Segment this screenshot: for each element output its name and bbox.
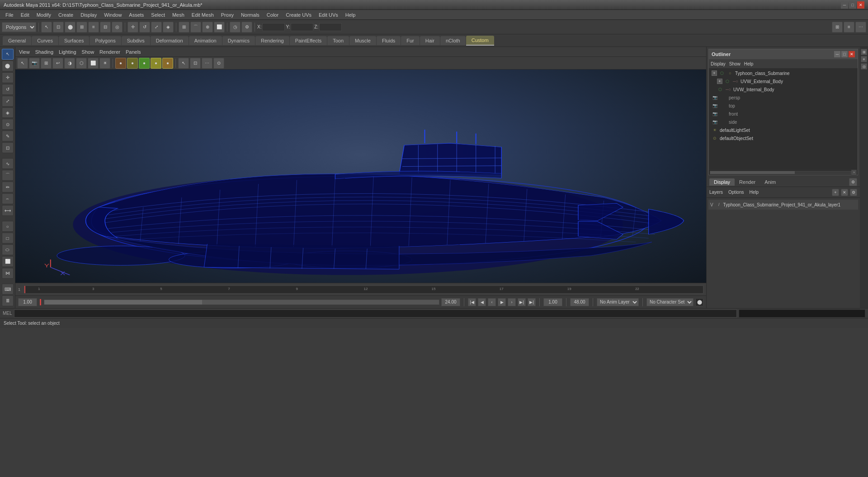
outliner-item-uvw-int[interactable]: ⬡ ─○ UVW_Internal_Body [710, 85, 857, 94]
tab-ncloth[interactable]: nCloth [440, 36, 466, 45]
show-manip-btn[interactable]: ⊡ [2, 142, 14, 153]
menu-edit[interactable]: Edit [17, 11, 33, 19]
tab-fur[interactable]: Fur [401, 36, 420, 45]
vp-menu-shading[interactable]: Shading [35, 49, 53, 55]
range-end-input[interactable] [441, 298, 460, 306]
poly-sphere-btn[interactable]: ○ [2, 221, 14, 232]
delete-layer-btn[interactable]: ✕ [841, 189, 848, 196]
tab-general[interactable]: General [3, 36, 31, 45]
poly-cube-btn[interactable]: □ [2, 233, 14, 243]
tab-surfaces[interactable]: Surfaces [59, 36, 89, 45]
outliner-menu-display[interactable]: Display [711, 61, 726, 66]
outliner-hscroll-track[interactable] [710, 171, 851, 174]
y-coord-input[interactable] [291, 23, 313, 31]
menu-color[interactable]: Color [263, 11, 282, 19]
close-button[interactable]: ✕ [857, 1, 864, 9]
vp-extra2[interactable]: ⊙ [213, 58, 224, 69]
edge-btn1[interactable]: ⊞ [861, 49, 867, 55]
tab-dynamics[interactable]: Dynamics [222, 36, 255, 45]
tab-painteffects[interactable]: PaintEffects [290, 36, 327, 45]
render-settings[interactable]: ⚙ [241, 22, 252, 33]
outliner-btn[interactable]: ≣ [2, 295, 14, 306]
tab-muscle[interactable]: Muscle [349, 36, 376, 45]
goto-end-btn[interactable]: ▶| [528, 298, 536, 306]
expand-btn-typhoon[interactable]: + [712, 70, 717, 76]
tab-layer-anim[interactable]: Anim [760, 178, 780, 186]
tool-paint[interactable]: ⬤ [65, 22, 75, 33]
auto-key-btn[interactable]: ⬤ [695, 298, 703, 306]
menu-file[interactable]: File [2, 11, 17, 19]
vp-select-mode[interactable]: ↖ [178, 58, 189, 69]
tab-animation[interactable]: Animation [189, 36, 222, 45]
outliner-hscrollbar[interactable]: › [709, 169, 858, 175]
outliner-close[interactable]: ✕ [849, 51, 855, 57]
tool-extra3[interactable]: ⋯ [855, 22, 866, 33]
snap-curve[interactable]: ⌒ [190, 22, 201, 33]
vp-grid-btn[interactable]: ⊞ [41, 58, 52, 69]
x-coord-input[interactable] [262, 23, 285, 31]
outliner-maximize[interactable]: □ [841, 51, 848, 57]
range-slider[interactable] [44, 299, 439, 305]
prev-key-btn[interactable]: ◀ [478, 298, 486, 306]
outliner-item-uvw-ext[interactable]: + ⬡ ─○ UVW_External_Body [710, 77, 857, 85]
move-tool[interactable]: ✛ [127, 22, 138, 33]
tab-layer-display[interactable]: Display [709, 178, 735, 186]
vp-quality4[interactable]: ● [151, 58, 161, 69]
vp-extra1[interactable]: ⋯ [202, 58, 212, 69]
outliner-content[interactable]: + ⬡ ○ Typhoon_class_Submarine + ⬡ ─○ UVW… [709, 68, 858, 169]
maximize-button[interactable]: □ [849, 1, 856, 9]
poly-plane-btn[interactable]: ⬜ [2, 256, 14, 267]
scale-tool[interactable]: ⤢ [151, 22, 162, 33]
tab-layer-render[interactable]: Render [735, 178, 760, 186]
tool-select[interactable]: ↖ [41, 22, 52, 33]
vp-tex-btn[interactable]: ⬜ [88, 58, 99, 69]
vp-wire-btn[interactable]: ⬡ [76, 58, 87, 69]
edge-btn3[interactable]: ◎ [861, 63, 867, 70]
timeline-track[interactable]: 1 3 5 7 9 12 15 17 19 22 [24, 285, 703, 294]
expand-btn-uvw-ext[interactable]: + [717, 79, 722, 84]
menu-display[interactable]: Display [77, 11, 100, 19]
tool-3[interactable]: ⊞ [76, 22, 87, 33]
character-set-select[interactable]: No Character Set [646, 298, 693, 306]
play-btn[interactable]: ▶ [498, 298, 506, 306]
universal-manip-btn[interactable]: ◈ [2, 108, 14, 118]
scale-btn[interactable]: ⤢ [2, 96, 14, 107]
tool-5[interactable]: ⊟ [100, 22, 111, 33]
tab-toon[interactable]: Toon [327, 36, 349, 45]
prev-frame-btn[interactable]: ‹ [488, 298, 496, 306]
measure-btn[interactable]: ⟷ [2, 205, 14, 216]
menu-create[interactable]: Create [55, 11, 77, 19]
outliner-item-front[interactable]: 📷 front [710, 110, 857, 118]
layer-visibility-v[interactable]: V [710, 202, 717, 207]
outliner-item-side[interactable]: 📷 side [710, 118, 857, 126]
new-layer-btn[interactable]: + [832, 189, 839, 196]
tool-lasso[interactable]: ⊡ [53, 22, 64, 33]
anim-end-input[interactable] [570, 298, 589, 306]
menu-select[interactable]: Select [147, 11, 169, 19]
layer-item-submarine[interactable]: V / Typhoon_Class_Submarine_Project_941_… [708, 200, 858, 210]
vp-undo-btn[interactable]: ↩ [52, 58, 63, 69]
layer-menu-help[interactable]: Help [749, 190, 759, 195]
history[interactable]: ◷ [230, 22, 241, 33]
script-input[interactable] [14, 309, 737, 318]
outliner-menu-help[interactable]: Help [744, 61, 754, 66]
layer-options2-btn[interactable]: ⚙ [850, 189, 857, 196]
vp-menu-panels[interactable]: Panels [126, 49, 141, 55]
vp-quality3[interactable]: ● [139, 58, 150, 69]
tab-custom[interactable]: Custom [466, 36, 494, 46]
snap-grid[interactable]: ⊞ [179, 22, 189, 33]
arc-btn[interactable]: ⌢ [2, 193, 14, 204]
pencil-btn[interactable]: ✏ [2, 182, 14, 192]
paint-select-btn[interactable]: ⬤ [2, 61, 14, 71]
next-frame-btn[interactable]: › [508, 298, 516, 306]
vp-shaded-btn[interactable]: ◑ [64, 58, 75, 69]
outliner-item-persp[interactable]: 📷 persp [710, 94, 857, 102]
menu-mesh[interactable]: Mesh [169, 11, 188, 19]
tool-extra1[interactable]: ⊞ [832, 22, 843, 33]
outliner-minimize[interactable]: ─ [834, 51, 840, 57]
minimize-button[interactable]: ─ [841, 1, 848, 9]
outliner-item-objset[interactable]: ⊙ defaultObjectSet [710, 134, 857, 142]
outliner-item-typhoon[interactable]: + ⬡ ○ Typhoon_class_Submarine [710, 69, 857, 77]
vp-camera-btn[interactable]: 📷 [29, 58, 40, 69]
curve-ep-btn[interactable]: ⌒ [2, 170, 14, 181]
